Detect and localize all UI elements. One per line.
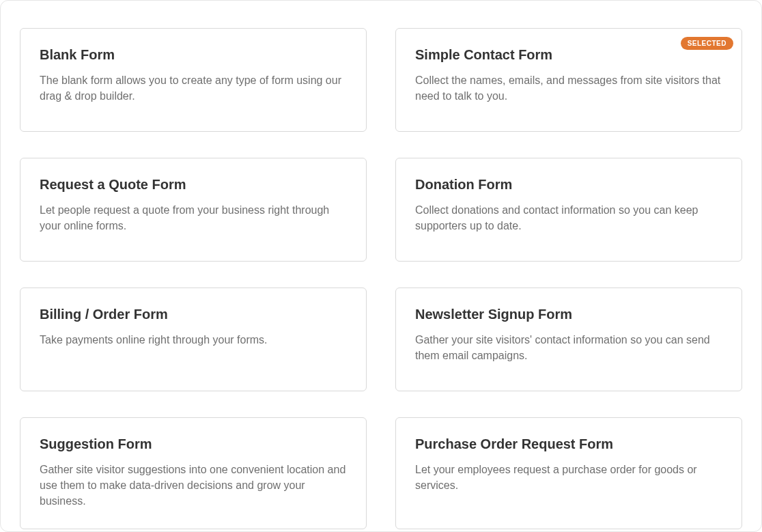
template-card-title: Newsletter Signup Form xyxy=(415,306,722,322)
template-card-title: Purchase Order Request Form xyxy=(415,436,722,452)
template-card-description: Let your employees request a purchase or… xyxy=(415,462,722,493)
template-card-simple-contact-form[interactable]: SELECTED Simple Contact Form Collect the… xyxy=(395,28,742,132)
template-card-description: The blank form allows you to create any … xyxy=(40,72,347,104)
template-card-description: Take payments online right through your … xyxy=(40,332,347,348)
template-card-description: Collect the names, emails, and messages … xyxy=(415,72,722,104)
template-card-title: Donation Form xyxy=(415,176,722,193)
template-card-blank-form[interactable]: Blank Form The blank form allows you to … xyxy=(20,28,367,132)
template-card-newsletter-signup-form[interactable]: Newsletter Signup Form Gather your site … xyxy=(395,288,742,391)
template-card-description: Gather site visitor suggestions into one… xyxy=(40,462,347,509)
template-card-billing-order-form[interactable]: Billing / Order Form Take payments onlin… xyxy=(20,288,367,391)
template-card-description: Collect donations and contact informatio… xyxy=(415,202,722,234)
template-card-title: Suggestion Form xyxy=(40,436,347,452)
template-card-donation-form[interactable]: Donation Form Collect donations and cont… xyxy=(395,158,742,262)
template-grid: Blank Form The blank form allows you to … xyxy=(20,28,742,529)
template-card-request-quote-form[interactable]: Request a Quote Form Let people request … xyxy=(20,158,367,262)
selected-badge: SELECTED xyxy=(681,37,733,50)
template-card-title: Billing / Order Form xyxy=(40,306,347,322)
template-card-title: Simple Contact Form xyxy=(415,46,722,63)
template-card-title: Request a Quote Form xyxy=(40,176,347,193)
template-card-description: Gather your site visitors' contact infor… xyxy=(415,332,722,363)
template-card-title: Blank Form xyxy=(40,46,347,63)
template-card-description: Let people request a quote from your bus… xyxy=(40,202,347,234)
template-card-purchase-order-request-form[interactable]: Purchase Order Request Form Let your emp… xyxy=(395,417,742,529)
template-card-suggestion-form[interactable]: Suggestion Form Gather site visitor sugg… xyxy=(20,417,367,529)
